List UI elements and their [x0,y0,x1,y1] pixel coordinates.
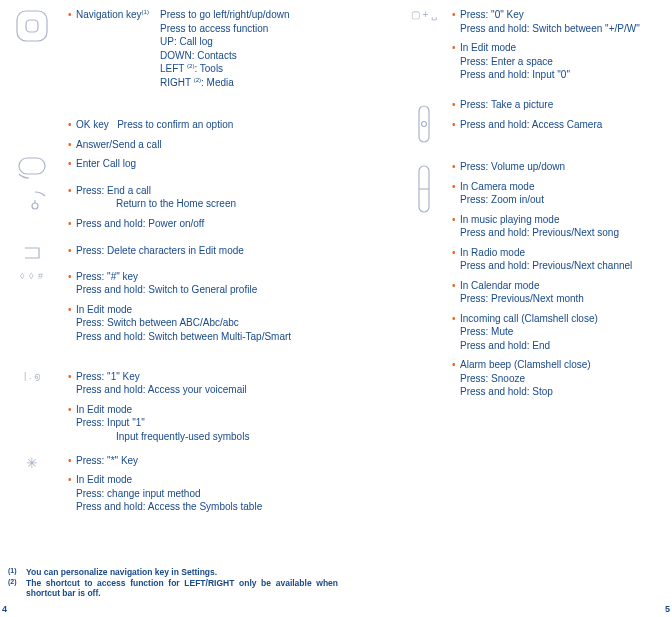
footnote-text: The shortcut to access function for LEFT… [26,578,338,599]
clear-key-section: •Press: Delete characters in Edit mode [8,244,378,266]
text: Press and hold: End [460,339,660,353]
text: Alarm beep (Clamshell close) [460,359,591,370]
text: Answer/Send a call [76,139,162,150]
calendar-mode-item: •In Calendar mode Press: Previous/Next m… [452,279,660,306]
zero-key-section: ▢ + ␣ •Press: "0" Key Press and hold: Sw… [400,8,660,94]
bullet-icon: • [452,358,456,372]
bullet-icon: • [452,246,456,260]
nav-key-lines: Press to go left/right/up/down Press to … [160,8,378,90]
bullet-icon: • [452,180,456,194]
nav-key-item: • Navigation key(1) Press to go left/rig… [68,8,378,90]
bullet-icon: • [68,454,72,468]
answer-call-item: •Answer/Send a call [68,138,378,152]
text: Press and hold: Previous/Next channel [460,259,660,273]
text: Press: Mute [460,325,660,339]
bullet-icon: • [68,8,72,22]
nav-line: Press to access function [160,22,378,36]
text: In Edit mode [76,404,132,415]
zero-key-icon: ▢ + ␣ [400,8,448,22]
bullet-icon: • [68,138,72,152]
radio-mode-item: •In Radio mode Press and hold: Previous/… [452,246,660,273]
text: In Camera mode [460,181,534,192]
bullet-icon: • [68,184,72,198]
ok-key-item: • OK key Press to confirm an option [68,118,378,132]
page-number-left: 4 [2,603,7,615]
end-call-item: •Press: End a call Return to the Home sc… [68,184,378,211]
text: In Edit mode [460,42,516,53]
volume-key-section: •Press: Volume up/down •In Camera mode P… [400,160,660,399]
svg-rect-0 [17,11,47,41]
delete-item: •Press: Delete characters in Edit mode [68,244,378,258]
footnote-2: (2) The shortcut to access function for … [8,578,338,599]
alarm-item: •Alarm beep (Clamshell close) Press: Sno… [452,358,660,399]
text: Press: "#" key [76,271,138,282]
nav-line: UP: Call log [160,35,378,49]
text: Press: change input method [76,487,378,501]
page-number-right: 5 [665,603,670,615]
text: Press: Zoom in/out [460,193,660,207]
text: Press and hold: Access Camera [460,119,602,130]
text: In music playing mode [460,214,560,225]
star-key-icon: ✳ [8,454,56,473]
right-page: ▢ + ␣ •Press: "0" Key Press and hold: Sw… [400,8,660,405]
call-key-section: •Answer/Send a call •Enter Call log [8,138,378,180]
footnotes: (1) You can personalize navigation key i… [8,567,338,599]
camera-mode-item: •In Camera mode Press: Zoom in/out [452,180,660,207]
clear-key-icon [8,244,56,266]
one-key-section: | . ൭ •Press: "1" Key Press and hold: Ac… [8,370,378,450]
text: Press: Switch between ABC/Abc/abc [76,316,378,330]
bullet-icon: • [68,303,72,317]
text: Press: "0" Key [460,9,524,20]
volume-item: •Press: Volume up/down [452,160,660,174]
bullet-icon: • [68,244,72,258]
nav-key-section: • Navigation key(1) Press to go left/rig… [8,8,378,114]
nav-line: Press to go left/right/up/down [160,8,378,22]
text: Press and hold: Stop [460,385,660,399]
star-key-section: ✳ •Press: "*" Key •In Edit mode Press: c… [8,454,378,514]
ok-key-section: • OK key Press to confirm an option [8,118,378,132]
nav-line: LEFT (2): Tools [160,62,378,76]
svg-rect-2 [19,158,45,174]
text: Press and hold: Access the Symbols table [76,500,378,514]
nav-key-sup: (1) [142,9,149,15]
bullet-icon: • [452,213,456,227]
text: Input frequently-used symbols [76,430,378,444]
text: Incoming call (Clamshell close) [460,313,598,324]
svg-rect-1 [26,20,38,32]
end-key-icon [8,190,56,218]
bullet-icon: • [452,160,456,174]
zero-edit-item: •In Edit mode Press: Enter a space Press… [452,41,660,82]
text: In Calendar mode [460,280,540,291]
hash-key-section: ◊ ◊ # •Press: "#" key Press and hold: Sw… [8,270,378,366]
text: Press: Delete characters in Edit mode [76,245,244,256]
camera-key-icon [400,104,448,148]
text: Press: Snooze [460,372,660,386]
camera-key-section: •Press: Take a picture •Press and hold: … [400,98,660,156]
bullet-icon: • [68,270,72,284]
bullet-icon: • [452,98,456,112]
call-key-icon [8,156,56,184]
hash-key-icon: ◊ ◊ # [8,270,56,282]
text: In Radio mode [460,247,525,258]
nav-key-label: Navigation key [76,9,142,20]
bullet-icon: • [452,41,456,55]
camera-hold-item: •Press and hold: Access Camera [452,118,660,132]
left-page: • Navigation key(1) Press to go left/rig… [8,8,378,520]
bullet-icon: • [452,312,456,326]
text: Press and hold: Access your voicemail [76,383,378,397]
bullet-icon: • [68,118,72,132]
bullet-icon: • [68,217,72,231]
ok-key-desc: Press to confirm an option [117,119,233,130]
star-press-item: •Press: "*" Key [68,454,378,468]
nav-key-icon [8,8,56,48]
bullet-icon: • [68,370,72,384]
bullet-icon: • [68,403,72,417]
text: Press: End a call [76,185,151,196]
text: Press: Previous/Next month [460,292,660,306]
enter-call-log-item: •Enter Call log [68,157,378,171]
text: Press and hold: Input "0" [460,68,660,82]
text: Press and hold: Switch to General profil… [76,283,378,297]
power-item: •Press and hold: Power on/off [68,217,378,231]
text: Press: Input "1" [76,416,378,430]
footnote-1: (1) You can personalize navigation key i… [8,567,338,578]
